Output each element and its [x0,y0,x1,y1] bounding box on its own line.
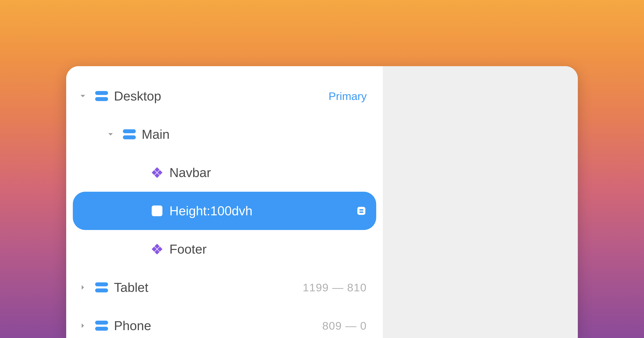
tree-panel: Desktop Primary Main [66,66,383,338]
tree-item-height[interactable]: Height:100dvh [73,192,376,230]
caret-right-icon[interactable] [74,284,91,290]
tree-item-label: Main [140,127,367,142]
tree-item-label: Desktop [112,89,328,103]
tree-item-desktop[interactable]: Desktop Primary [66,77,383,115]
box-content-icon[interactable] [356,206,367,216]
tree-item-main[interactable]: Main [66,115,383,154]
tree-item-footer[interactable]: Footer [66,230,383,268]
layers-panel: Desktop Primary Main [66,66,578,338]
svg-rect-7 [95,282,108,286]
breakpoint-range: 809 — 0 [322,320,367,332]
component-icon [147,243,167,255]
svg-rect-0 [95,91,108,95]
tree-item-phone[interactable]: Phone 809 — 0 [66,306,383,338]
svg-rect-3 [123,136,136,139]
svg-rect-5 [360,209,363,210]
caret-down-icon[interactable] [74,93,91,99]
primary-badge: Primary [328,90,367,102]
tree-item-navbar[interactable]: Navbar [66,154,383,192]
svg-rect-2 [123,129,136,133]
svg-rect-9 [95,321,108,324]
caret-down-icon[interactable] [102,132,119,137]
svg-rect-10 [95,327,108,331]
breakpoint-range: 1199 — 810 [303,281,367,294]
content-panel [383,66,578,338]
svg-rect-6 [360,212,363,213]
tree-item-label: Navbar [167,165,367,180]
svg-rect-1 [95,97,108,101]
stack-icon [91,282,112,293]
svg-rect-4 [358,207,366,215]
tree-item-label: Height:100dvh [167,204,356,218]
stack-icon [119,129,140,140]
tree-item-tablet[interactable]: Tablet 1199 — 810 [66,268,383,306]
svg-rect-8 [95,288,108,292]
tree-item-label: Footer [167,242,367,256]
box-icon [147,206,167,216]
stack-icon [91,320,112,331]
stack-icon [91,91,112,102]
tree-item-label: Tablet [112,280,303,295]
component-icon [147,166,167,179]
caret-right-icon[interactable] [74,323,91,328]
tree-item-label: Phone [112,318,322,333]
